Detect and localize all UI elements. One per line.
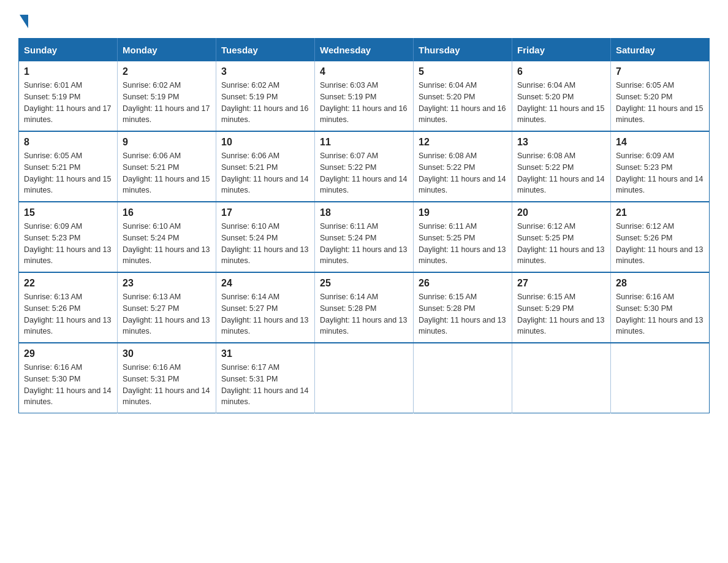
calendar-cell: 4 Sunrise: 6:03 AMSunset: 5:19 PMDayligh… [315, 61, 414, 131]
day-info: Sunrise: 6:09 AMSunset: 5:23 PMDaylight:… [616, 150, 704, 196]
calendar-cell: 22 Sunrise: 6:13 AMSunset: 5:26 PMDaylig… [19, 272, 118, 343]
calendar-cell: 11 Sunrise: 6:07 AMSunset: 5:22 PMDaylig… [315, 131, 414, 202]
calendar-cell: 29 Sunrise: 6:16 AMSunset: 5:30 PMDaylig… [19, 343, 118, 413]
day-info: Sunrise: 6:05 AMSunset: 5:21 PMDaylight:… [24, 150, 112, 196]
day-info: Sunrise: 6:06 AMSunset: 5:21 PMDaylight:… [123, 150, 211, 196]
day-number: 18 [320, 207, 408, 218]
day-info: Sunrise: 6:03 AMSunset: 5:19 PMDaylight:… [320, 80, 408, 126]
calendar-cell [611, 343, 710, 413]
day-info: Sunrise: 6:04 AMSunset: 5:20 PMDaylight:… [517, 80, 605, 126]
calendar-cell: 30 Sunrise: 6:16 AMSunset: 5:31 PMDaylig… [118, 343, 216, 413]
day-info: Sunrise: 6:17 AMSunset: 5:31 PMDaylight:… [221, 362, 309, 408]
day-number: 14 [616, 137, 704, 148]
calendar-week-row: 1 Sunrise: 6:01 AMSunset: 5:19 PMDayligh… [19, 61, 710, 131]
header-monday: Monday [118, 39, 216, 62]
header-wednesday: Wednesday [315, 39, 414, 62]
day-number: 4 [320, 66, 408, 77]
day-number: 21 [616, 207, 704, 218]
day-number: 15 [24, 207, 112, 218]
day-number: 3 [221, 66, 309, 77]
calendar-cell: 14 Sunrise: 6:09 AMSunset: 5:23 PMDaylig… [611, 131, 710, 202]
calendar-cell: 2 Sunrise: 6:02 AMSunset: 5:19 PMDayligh… [118, 61, 216, 131]
header-sunday: Sunday [19, 39, 118, 62]
day-info: Sunrise: 6:11 AMSunset: 5:25 PMDaylight:… [419, 221, 507, 267]
day-number: 23 [123, 278, 211, 289]
day-info: Sunrise: 6:13 AMSunset: 5:27 PMDaylight:… [123, 291, 211, 337]
calendar-week-row: 22 Sunrise: 6:13 AMSunset: 5:26 PMDaylig… [19, 272, 710, 343]
calendar-cell: 31 Sunrise: 6:17 AMSunset: 5:31 PMDaylig… [216, 343, 315, 413]
calendar-cell: 9 Sunrise: 6:06 AMSunset: 5:21 PMDayligh… [118, 131, 216, 202]
day-info: Sunrise: 6:02 AMSunset: 5:19 PMDaylight:… [221, 80, 309, 126]
calendar-cell: 23 Sunrise: 6:13 AMSunset: 5:27 PMDaylig… [118, 272, 216, 343]
calendar-cell: 8 Sunrise: 6:05 AMSunset: 5:21 PMDayligh… [19, 131, 118, 202]
day-info: Sunrise: 6:12 AMSunset: 5:25 PMDaylight:… [517, 221, 605, 267]
header-thursday: Thursday [414, 39, 512, 62]
day-number: 2 [123, 66, 211, 77]
calendar-cell: 6 Sunrise: 6:04 AMSunset: 5:20 PMDayligh… [512, 61, 611, 131]
day-info: Sunrise: 6:16 AMSunset: 5:31 PMDaylight:… [123, 362, 211, 408]
calendar-cell: 7 Sunrise: 6:05 AMSunset: 5:20 PMDayligh… [611, 61, 710, 131]
calendar-cell: 25 Sunrise: 6:14 AMSunset: 5:28 PMDaylig… [315, 272, 414, 343]
day-number: 26 [419, 278, 507, 289]
calendar-cell: 10 Sunrise: 6:06 AMSunset: 5:21 PMDaylig… [216, 131, 315, 202]
day-info: Sunrise: 6:16 AMSunset: 5:30 PMDaylight:… [24, 362, 112, 408]
day-info: Sunrise: 6:12 AMSunset: 5:26 PMDaylight:… [616, 221, 704, 267]
calendar-week-row: 15 Sunrise: 6:09 AMSunset: 5:23 PMDaylig… [19, 202, 710, 272]
day-number: 30 [123, 348, 211, 359]
calendar-cell: 20 Sunrise: 6:12 AMSunset: 5:25 PMDaylig… [512, 202, 611, 272]
calendar-table: SundayMondayTuesdayWednesdayThursdayFrid… [18, 38, 710, 413]
day-info: Sunrise: 6:09 AMSunset: 5:23 PMDaylight:… [24, 221, 112, 267]
day-number: 9 [123, 137, 211, 148]
day-info: Sunrise: 6:11 AMSunset: 5:24 PMDaylight:… [320, 221, 408, 267]
day-info: Sunrise: 6:08 AMSunset: 5:22 PMDaylight:… [419, 150, 507, 196]
day-info: Sunrise: 6:14 AMSunset: 5:28 PMDaylight:… [320, 291, 408, 337]
day-number: 10 [221, 137, 309, 148]
calendar-cell: 26 Sunrise: 6:15 AMSunset: 5:28 PMDaylig… [414, 272, 512, 343]
day-number: 28 [616, 278, 704, 289]
calendar-cell: 24 Sunrise: 6:14 AMSunset: 5:27 PMDaylig… [216, 272, 315, 343]
calendar-header-row: SundayMondayTuesdayWednesdayThursdayFrid… [19, 39, 710, 62]
calendar-cell: 15 Sunrise: 6:09 AMSunset: 5:23 PMDaylig… [19, 202, 118, 272]
day-number: 7 [616, 66, 704, 77]
page-header [18, 12, 710, 26]
day-info: Sunrise: 6:14 AMSunset: 5:27 PMDaylight:… [221, 291, 309, 337]
logo-arrow-icon [20, 15, 28, 28]
calendar-cell: 1 Sunrise: 6:01 AMSunset: 5:19 PMDayligh… [19, 61, 118, 131]
day-number: 16 [123, 207, 211, 218]
header-friday: Friday [512, 39, 611, 62]
calendar-cell [414, 343, 512, 413]
day-number: 25 [320, 278, 408, 289]
day-number: 31 [221, 348, 309, 359]
day-info: Sunrise: 6:06 AMSunset: 5:21 PMDaylight:… [221, 150, 309, 196]
calendar-cell: 18 Sunrise: 6:11 AMSunset: 5:24 PMDaylig… [315, 202, 414, 272]
day-number: 22 [24, 278, 112, 289]
day-info: Sunrise: 6:10 AMSunset: 5:24 PMDaylight:… [123, 221, 211, 267]
calendar-week-row: 29 Sunrise: 6:16 AMSunset: 5:30 PMDaylig… [19, 343, 710, 413]
day-number: 27 [517, 278, 605, 289]
day-number: 29 [24, 348, 112, 359]
calendar-cell: 12 Sunrise: 6:08 AMSunset: 5:22 PMDaylig… [414, 131, 512, 202]
logo [18, 12, 28, 26]
day-info: Sunrise: 6:08 AMSunset: 5:22 PMDaylight:… [517, 150, 605, 196]
calendar-week-row: 8 Sunrise: 6:05 AMSunset: 5:21 PMDayligh… [19, 131, 710, 202]
day-number: 12 [419, 137, 507, 148]
day-number: 1 [24, 66, 112, 77]
calendar-cell: 17 Sunrise: 6:10 AMSunset: 5:24 PMDaylig… [216, 202, 315, 272]
calendar-cell: 21 Sunrise: 6:12 AMSunset: 5:26 PMDaylig… [611, 202, 710, 272]
calendar-cell: 27 Sunrise: 6:15 AMSunset: 5:29 PMDaylig… [512, 272, 611, 343]
day-info: Sunrise: 6:04 AMSunset: 5:20 PMDaylight:… [419, 80, 507, 126]
day-number: 8 [24, 137, 112, 148]
day-number: 11 [320, 137, 408, 148]
day-info: Sunrise: 6:15 AMSunset: 5:28 PMDaylight:… [419, 291, 507, 337]
calendar-cell: 16 Sunrise: 6:10 AMSunset: 5:24 PMDaylig… [118, 202, 216, 272]
day-info: Sunrise: 6:01 AMSunset: 5:19 PMDaylight:… [24, 80, 112, 126]
calendar-cell: 5 Sunrise: 6:04 AMSunset: 5:20 PMDayligh… [414, 61, 512, 131]
day-info: Sunrise: 6:10 AMSunset: 5:24 PMDaylight:… [221, 221, 309, 267]
calendar-cell [512, 343, 611, 413]
calendar-cell [315, 343, 414, 413]
day-number: 19 [419, 207, 507, 218]
day-number: 20 [517, 207, 605, 218]
day-info: Sunrise: 6:15 AMSunset: 5:29 PMDaylight:… [517, 291, 605, 337]
day-number: 13 [517, 137, 605, 148]
header-saturday: Saturday [611, 39, 710, 62]
